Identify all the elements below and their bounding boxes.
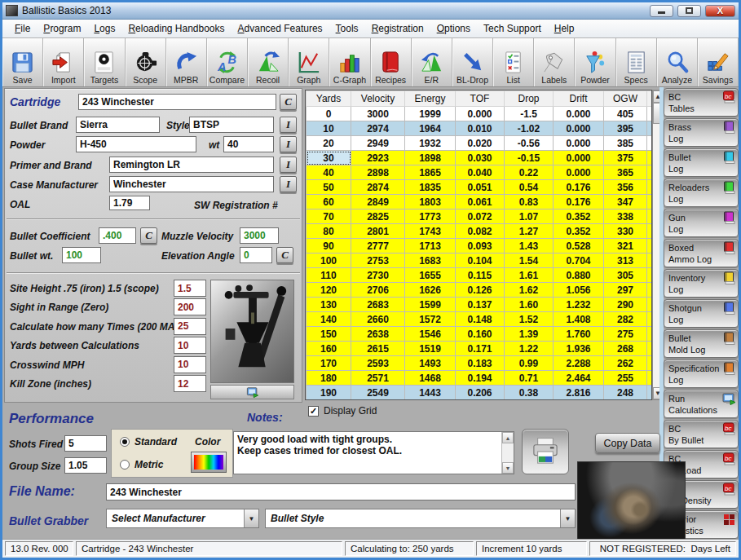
bc-input[interactable] [99,227,136,244]
sidebar-reloaders-log-button[interactable]: ReloadersLog [664,179,739,207]
table-cell[interactable]: 2615 [351,342,405,356]
toolbar-compare-button[interactable]: ABCompare [207,38,248,86]
table-cell[interactable]: 2706 [351,283,405,298]
menu-program[interactable]: Program [37,20,87,37]
table-cell[interactable]: 1.408 [554,312,604,327]
display-grid-checkbox[interactable]: ✓ [308,406,319,417]
table-row[interactable]: 50287418350.0510.540.176356 [307,180,652,195]
table-cell[interactable]: 1.39 [505,327,554,342]
table-cell[interactable]: 0.83 [505,195,554,209]
table-cell[interactable]: 0.020 [456,136,505,151]
cartridge-c-button[interactable]: C [280,94,297,110]
sidebar-shotgun-log-button[interactable]: ShotgunLog [664,299,739,328]
powder-input[interactable] [76,136,196,152]
metric-radio[interactable] [120,460,130,470]
toolbar-recoil-button[interactable]: Recoil [248,38,289,86]
table-row[interactable]: 90277717130.0931.430.528321 [307,239,652,254]
table-cell[interactable]: 0.104 [456,254,505,268]
table-cell[interactable]: 0.000 [554,121,604,136]
manufacturer-dropdown[interactable]: Select Manufacturer ▼ [106,509,259,528]
menu-reloading-handbooks[interactable]: Reloading Handbooks [121,20,231,37]
table-cell[interactable]: 385 [604,136,647,151]
menu-help[interactable]: Help [548,20,581,37]
table-cell[interactable]: 1626 [405,283,456,298]
toolbar-scope-button[interactable]: Scope [126,38,166,86]
table-cell[interactable]: 0.093 [456,239,505,254]
table-cell[interactable]: 0.38 [505,386,554,400]
table-cell[interactable]: 0.183 [456,356,505,371]
table-cell[interactable]: 0.000 [554,165,604,180]
table-cell[interactable]: 60 [307,195,351,209]
table-cell[interactable]: 2571 [351,371,405,386]
table-cell[interactable]: 1.07 [505,209,554,224]
notes-scrollbar[interactable]: ▲ ▼ [501,432,514,474]
table-cell[interactable]: 0.54 [505,180,554,195]
table-cell[interactable]: 0.061 [456,195,505,209]
table-cell[interactable]: 100 [307,254,351,268]
table-cell[interactable]: 0.072 [456,209,505,224]
table-cell[interactable]: 2638 [351,327,405,342]
table-row[interactable]: 150263815460.1601.391.760275 [307,327,652,342]
toolbar-analyze-button[interactable]: Analyze [657,38,698,86]
sidebar-bc-by-bullet-button[interactable]: BCBy Bulletbc [664,420,739,448]
table-cell[interactable]: 395 [604,121,647,136]
bullet-i-button[interactable]: I [280,117,297,133]
table-cell[interactable]: 40 [307,165,351,180]
table-cell[interactable]: 0.082 [456,224,505,239]
table-cell[interactable]: 0.137 [456,298,505,312]
table-cell[interactable]: 0.160 [456,327,505,342]
table-cell[interactable]: 1.60 [505,298,554,312]
table-cell[interactable]: 50 [307,180,351,195]
table-cell[interactable]: 1.61 [505,268,554,283]
shots-fired-input[interactable] [64,435,107,452]
table-cell[interactable]: 0.126 [456,283,505,298]
table-cell[interactable]: 1898 [405,151,456,165]
elevation-c-button[interactable]: C [276,247,293,263]
table-row[interactable]: 70282517730.0721.070.352338 [307,209,652,224]
table-cell[interactable]: 290 [604,298,647,312]
sidebar-bc-tables-button[interactable]: BCTablesbc [664,88,739,117]
table-cell[interactable]: 110 [307,268,351,283]
table-cell[interactable]: 1803 [405,195,456,209]
table-row[interactable]: 190254914430.2060.382.816248 [307,386,652,400]
table-cell[interactable]: 140 [307,312,351,327]
table-cell[interactable]: 0.880 [554,268,604,283]
primer-input[interactable] [109,157,274,173]
table-cell[interactable]: 1.056 [554,283,604,298]
table-cell[interactable]: 2.288 [554,356,604,371]
table-cell[interactable]: 0.176 [554,195,604,209]
wt-input[interactable] [223,136,274,152]
table-cell[interactable]: 1.62 [505,283,554,298]
standard-radio[interactable] [120,437,130,447]
table-cell[interactable]: -1.02 [505,121,554,136]
notes-scroll-down-icon[interactable]: ▼ [502,462,514,474]
table-cell[interactable]: 0.000 [554,151,604,165]
table-cell[interactable]: 170 [307,356,351,371]
minimize-button[interactable] [650,5,673,17]
table-cell[interactable]: 2730 [351,268,405,283]
table-cell[interactable]: 1599 [405,298,456,312]
table-cell[interactable]: 0.148 [456,312,505,327]
table-row[interactable]: 0300019990.000-1.50.000405 [307,107,652,121]
menu-options[interactable]: Options [430,20,477,37]
menu-tech-support[interactable]: Tech Support [477,20,548,37]
close-button[interactable]: X [705,5,735,17]
table-cell[interactable]: 0.99 [505,356,554,371]
sidebar-boxed-ammo-log-button[interactable]: BoxedAmmo Log [664,239,739,267]
table-cell[interactable]: 180 [307,371,351,386]
table-row[interactable]: 20294919320.020-0.560.000385 [307,136,652,151]
menu-file[interactable]: File [8,20,37,37]
table-cell[interactable]: 1519 [405,342,456,356]
menu-advanced-features[interactable]: Advanced Features [232,20,329,37]
table-cell[interactable]: 2549 [351,386,405,400]
table-cell[interactable]: 1.22 [505,342,554,356]
group-size-input[interactable] [64,457,107,474]
table-cell[interactable]: 70 [307,209,351,224]
case-input[interactable] [109,176,274,192]
table-cell[interactable]: 347 [604,195,647,209]
sidebar-bullet-mold-log-button[interactable]: BulletMold Log [664,329,739,358]
menu-logs[interactable]: Logs [87,20,121,37]
table-cell[interactable]: 282 [604,312,647,327]
table-cell[interactable]: 0.206 [456,386,505,400]
sight-in-range-input[interactable] [174,298,206,315]
